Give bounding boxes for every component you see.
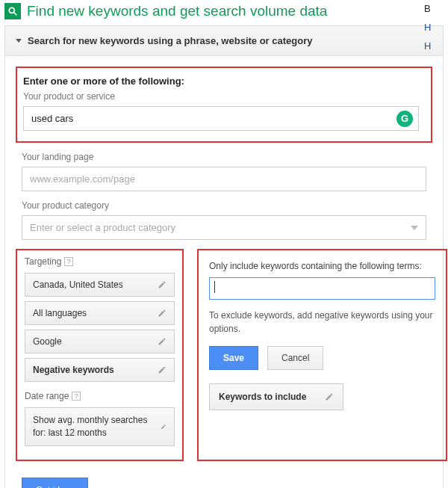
targeting-network[interactable]: Google [25,330,175,353]
product-label: Your product or service [23,91,419,102]
caret-down-icon [16,39,22,43]
panel-header[interactable]: Search for new keywords using a phrase, … [5,26,443,56]
page-title: Find new keywords and get search volume … [27,3,327,19]
targeting-negative-label: Negative keywords [33,365,114,375]
pencil-icon [325,392,334,401]
pencil-icon [158,337,167,346]
chevron-down-icon [411,226,418,230]
category-label: Your product category [22,200,426,211]
targeting-language[interactable]: All languages [25,301,175,325]
pencil-icon [161,422,167,431]
cancel-button[interactable]: Cancel [267,346,323,370]
svg-point-0 [9,7,14,13]
section-title: Enter one or more of the following: [23,75,419,87]
right-link-2[interactable]: H [418,37,448,56]
help-icon[interactable]: ? [64,257,73,266]
targeting-network-label: Google [33,336,62,347]
targeting-language-label: All languages [33,308,87,318]
targeting-location[interactable]: Canada, United States [25,273,175,297]
date-range-title-text: Date range [25,391,69,401]
filter-hint: To exclude keywords, add negative keywor… [209,309,435,336]
date-range-title: Date range ? [25,391,175,401]
pencil-icon [158,309,167,318]
landing-label: Your landing page [22,152,426,162]
pencil-icon [158,365,167,374]
targeting-highlight: Targeting ? Canada, United States All la… [16,249,184,461]
save-button[interactable]: Save [209,346,258,370]
keywords-to-include[interactable]: Keywords to include [209,383,343,410]
page-header: Find new keywords and get search volume … [0,0,448,25]
targeting-negative-keywords[interactable]: Negative keywords [25,358,175,382]
svg-line-1 [14,13,17,16]
search-panel: Search for new keywords using a phrase, … [4,25,444,488]
search-icon [4,3,21,19]
landing-page-input[interactable]: www.example.com/page [22,167,426,191]
help-icon[interactable]: ? [72,392,81,401]
product-section-highlight: Enter one or more of the following: Your… [16,67,432,143]
filter-highlight: Only include keywords containing the fol… [197,249,447,461]
category-select[interactable]: Enter or select a product category [22,215,426,240]
targeting-location-label: Canada, United States [33,279,123,290]
right-sidebar-fragment: B H H [418,0,448,56]
right-text-1: B [418,0,448,19]
filter-terms-input[interactable] [209,277,435,300]
get-ideas-button[interactable]: Get ideas [22,478,88,488]
date-range-label: Show avg. monthly searches for: last 12 … [33,414,161,439]
category-placeholder: Enter or select a product category [30,222,175,233]
filter-label: Only include keywords containing the fol… [209,261,435,271]
right-link-1[interactable]: H [418,19,448,37]
targeting-title-text: Targeting [25,256,61,267]
date-range-selector[interactable]: Show avg. monthly searches for: last 12 … [25,407,175,446]
targeting-title: Targeting ? [25,256,175,267]
grammarly-icon[interactable]: G [396,111,413,127]
keywords-include-label: Keywords to include [219,392,306,402]
pencil-icon [158,280,167,289]
panel-title: Search for new keywords using a phrase, … [28,35,312,46]
product-input[interactable]: used cars [23,106,419,131]
